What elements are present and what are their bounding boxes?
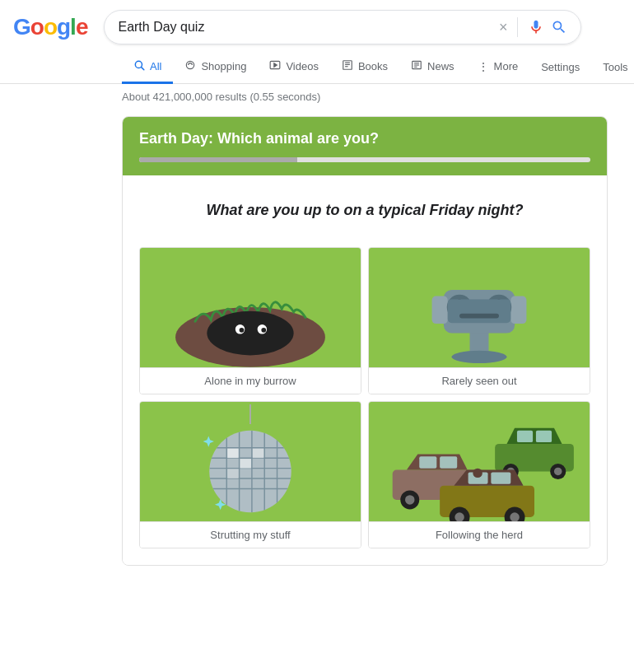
results-count: About 421,000,000 results (0.55 seconds) xyxy=(122,91,320,103)
more-icon: ⋮ xyxy=(478,60,489,73)
svg-marker-4 xyxy=(274,63,277,68)
tab-books[interactable]: Books xyxy=(330,51,399,84)
search-icon-btn[interactable] xyxy=(551,19,567,35)
svg-rect-50 xyxy=(517,431,533,442)
quiz-option-burrow[interactable]: Alone in my burrow xyxy=(139,247,361,394)
svg-point-18 xyxy=(261,328,266,333)
all-icon xyxy=(133,59,145,73)
tab-books-label: Books xyxy=(358,60,388,72)
svg-marker-47 xyxy=(203,436,214,447)
tab-more-label: More xyxy=(494,60,519,72)
svg-point-20 xyxy=(452,351,507,363)
svg-rect-65 xyxy=(491,473,510,484)
clear-icon[interactable]: × xyxy=(499,19,508,36)
search-icons: × xyxy=(499,17,568,37)
results-info: About 421,000,000 results (0.55 seconds) xyxy=(0,84,634,110)
nav-right: Settings Tools xyxy=(529,53,634,82)
voice-icon[interactable] xyxy=(528,19,544,35)
news-icon xyxy=(411,59,422,73)
svg-point-55 xyxy=(554,468,562,476)
quiz-content: What are you up to on a typical Friday n… xyxy=(123,175,607,565)
svg-point-17 xyxy=(240,328,245,333)
svg-rect-44 xyxy=(240,459,251,468)
quiz-option-cars[interactable]: Following the herd xyxy=(368,401,590,548)
nav-tabs: All Shopping Videos Books News ⋮ More Se… xyxy=(0,51,634,84)
quiz-option-cars-image xyxy=(369,402,590,521)
quiz-header: Earth Day: Which animal are you? xyxy=(123,117,607,175)
tab-videos-label: Videos xyxy=(286,60,319,72)
videos-icon xyxy=(269,59,281,73)
svg-rect-28 xyxy=(448,300,511,324)
search-bar: Earth Day quiz × xyxy=(104,10,581,44)
tab-news-label: News xyxy=(427,60,455,72)
quiz-option-discoball-label: Strutting my stuff xyxy=(140,521,361,548)
svg-rect-29 xyxy=(459,314,499,319)
svg-point-14 xyxy=(207,311,293,356)
svg-point-2 xyxy=(187,61,194,68)
tab-all[interactable]: All xyxy=(122,51,173,84)
quiz-option-discoball[interactable]: Strutting my stuff xyxy=(139,401,361,548)
svg-rect-43 xyxy=(227,449,238,458)
tab-all-label: All xyxy=(150,60,161,72)
quiz-title: Earth Day: Which animal are you? xyxy=(139,130,590,147)
quiz-question: What are you up to on a typical Friday n… xyxy=(139,200,590,221)
svg-rect-51 xyxy=(536,431,552,442)
svg-point-31 xyxy=(209,431,291,513)
svg-point-66 xyxy=(473,469,482,478)
shopping-icon xyxy=(184,59,196,73)
quiz-option-cars-label: Following the herd xyxy=(369,521,590,548)
quiz-progress-bar xyxy=(139,157,590,162)
search-divider xyxy=(517,17,518,37)
books-icon xyxy=(342,59,353,73)
settings-link[interactable]: Settings xyxy=(529,53,591,82)
quiz-option-burrow-image xyxy=(140,248,361,367)
tab-news[interactable]: News xyxy=(399,51,466,84)
tab-shopping[interactable]: Shopping xyxy=(173,51,258,84)
svg-rect-45 xyxy=(253,449,263,458)
header: Google Earth Day quiz × xyxy=(0,0,634,51)
svg-line-1 xyxy=(142,68,144,70)
quiz-options: Alone in my burrow xyxy=(139,247,590,548)
svg-rect-23 xyxy=(510,296,526,324)
svg-rect-58 xyxy=(440,456,457,468)
google-logo: Google xyxy=(13,14,87,40)
tab-more[interactable]: ⋮ More xyxy=(466,52,530,84)
tab-shopping-label: Shopping xyxy=(201,60,246,72)
quiz-option-binoculars-image xyxy=(369,248,590,367)
svg-rect-22 xyxy=(432,296,448,324)
quiz-option-binoculars[interactable]: Rarely seen out xyxy=(368,247,590,394)
svg-rect-46 xyxy=(227,469,238,478)
search-input[interactable]: Earth Day quiz xyxy=(118,20,498,35)
svg-point-60 xyxy=(405,495,414,504)
quiz-option-burrow-label: Alone in my burrow xyxy=(140,367,361,394)
quiz-option-binoculars-label: Rarely seen out xyxy=(369,367,590,394)
svg-rect-57 xyxy=(419,456,436,468)
quiz-card: Earth Day: Which animal are you? What ar… xyxy=(122,116,608,566)
quiz-progress-fill xyxy=(139,157,297,162)
tools-link[interactable]: Tools xyxy=(591,53,634,82)
quiz-option-discoball-image xyxy=(140,402,361,521)
tab-videos[interactable]: Videos xyxy=(258,51,330,84)
